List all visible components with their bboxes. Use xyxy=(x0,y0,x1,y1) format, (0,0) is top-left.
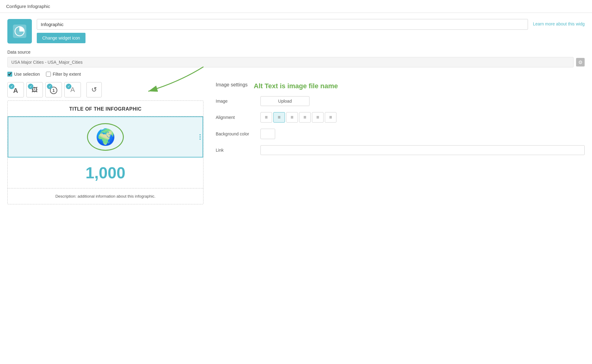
image-label: Image xyxy=(216,99,256,104)
widget-icon xyxy=(7,19,32,44)
align-justify-all-icon: ≡ xyxy=(329,115,332,120)
filter-by-extent-checkbox[interactable] xyxy=(46,72,51,77)
card-title-section: TITLE OF THE INFOGRAPHIC xyxy=(8,101,203,116)
toolbar-row: A 🖼 1 A ↺ xyxy=(7,82,203,97)
use-selection-text: Use selection xyxy=(14,72,40,77)
use-selection-label[interactable]: Use selection xyxy=(7,72,40,77)
card-number: 1,000 xyxy=(14,164,197,182)
resize-dot-3 xyxy=(199,138,201,140)
page-title: Configure Infographic xyxy=(0,0,592,13)
align-btn-left[interactable]: ≡ xyxy=(260,112,272,123)
align-btn-center[interactable]: ≡ xyxy=(273,112,285,123)
globe-container: 🌍 xyxy=(87,123,124,151)
widget-name-input[interactable] xyxy=(37,19,528,30)
resize-dot-1 xyxy=(199,134,201,135)
data-source-input[interactable] xyxy=(7,57,574,67)
alignment-row: Alignment ≡ ≡ ≡ ≡ ≡ xyxy=(216,112,585,123)
alignment-label: Alignment xyxy=(216,115,256,120)
card-title: TITLE OF THE INFOGRAPHIC xyxy=(14,106,197,112)
check-badge-description xyxy=(66,84,71,89)
card-description: Description: additional information abou… xyxy=(14,194,197,199)
align-btn-right[interactable]: ≡ xyxy=(286,112,298,123)
background-color-row: Background color xyxy=(216,129,585,139)
check-badge-text xyxy=(9,84,14,89)
data-source-row: ⚙ xyxy=(7,57,585,67)
align-btn-justify-right[interactable]: ≡ xyxy=(312,112,324,123)
align-right-icon: ≡ xyxy=(290,115,293,120)
align-justify-left-icon: ≡ xyxy=(303,115,306,120)
link-input[interactable] xyxy=(260,145,585,155)
link-row: Link xyxy=(216,145,585,155)
reset-button[interactable]: ↺ xyxy=(86,82,102,97)
filter-by-extent-label[interactable]: Filter by extent xyxy=(46,72,81,77)
card-image-section[interactable]: 🌍 xyxy=(8,116,203,157)
globe-circle: 🌍 xyxy=(87,123,124,151)
settings-section: Image settings Alt Text is image file na… xyxy=(216,82,585,204)
card-description-section: Description: additional information abou… xyxy=(8,188,203,204)
learn-more-link[interactable]: Learn more about this widg xyxy=(533,19,585,26)
align-btn-justify-all[interactable]: ≡ xyxy=(325,112,336,123)
infographic-section: A 🖼 1 A ↺ xyxy=(7,82,203,204)
align-justify-right-icon: ≡ xyxy=(316,115,319,120)
check-badge-image xyxy=(28,84,33,89)
image-settings-header: Image settings Alt Text is image file na… xyxy=(216,82,585,90)
checkboxes-row: Use selection Filter by extent xyxy=(7,72,585,77)
change-icon-button[interactable]: Change widget icon xyxy=(37,33,85,43)
resize-dot-2 xyxy=(199,136,201,138)
infographic-card: TITLE OF THE INFOGRAPHIC 🌍 xyxy=(7,100,203,204)
data-source-settings-icon[interactable]: ⚙ xyxy=(576,58,585,66)
background-color-swatch[interactable] xyxy=(260,129,275,139)
image-settings-button[interactable]: 🖼 xyxy=(26,82,43,97)
reset-icon: ↺ xyxy=(91,86,97,94)
alignment-buttons: ≡ ≡ ≡ ≡ ≡ ≡ xyxy=(260,112,336,123)
card-number-section: 1,000 xyxy=(8,157,203,188)
settings-title: Image settings xyxy=(216,82,248,88)
use-selection-checkbox[interactable] xyxy=(7,72,12,77)
upload-button[interactable]: Upload xyxy=(260,96,309,106)
align-btn-justify-left[interactable]: ≡ xyxy=(299,112,311,123)
background-color-label: Background color xyxy=(216,131,256,136)
widget-name-section: Change widget icon xyxy=(37,19,528,43)
align-left-icon: ≡ xyxy=(265,115,268,120)
widget-header: Change widget icon Learn more about this… xyxy=(7,19,585,44)
alt-text-annotation: Alt Text is image file name xyxy=(254,82,338,90)
align-center-icon: ≡ xyxy=(278,115,280,120)
image-row: Image Upload xyxy=(216,96,585,106)
check-badge-number xyxy=(47,84,52,89)
globe-icon: 🌍 xyxy=(96,128,116,146)
filter-by-extent-text: Filter by extent xyxy=(53,72,81,77)
data-source-label: Data source xyxy=(7,50,585,55)
number-settings-button[interactable]: 1 xyxy=(45,82,62,97)
description-settings-button[interactable]: A xyxy=(64,82,81,97)
link-label: Link xyxy=(216,148,256,153)
text-settings-button[interactable]: A xyxy=(7,82,24,97)
resize-handle[interactable] xyxy=(199,134,201,140)
layout-area: A 🖼 1 A ↺ xyxy=(7,82,585,204)
